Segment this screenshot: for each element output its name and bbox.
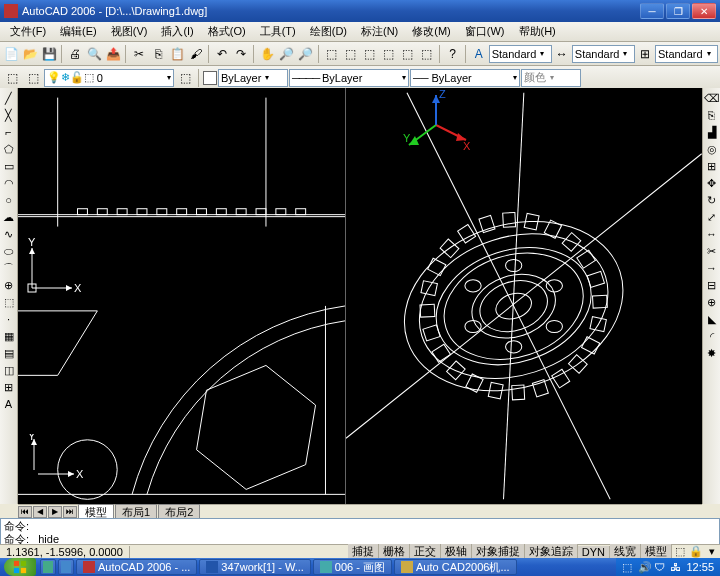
viewport-left[interactable]: XY XY (18, 88, 346, 504)
save-button[interactable]: 💾 (40, 44, 58, 64)
quick-launch-1[interactable] (40, 559, 56, 575)
spline-tool[interactable]: ∿ (1, 226, 17, 242)
tray-volume-icon[interactable]: 🔊 (638, 561, 650, 573)
copy-tool[interactable]: ⎘ (704, 107, 720, 123)
tab-nav-first[interactable]: ⏮ (18, 506, 32, 518)
color-swatch[interactable] (203, 71, 217, 85)
menu-tools[interactable]: 工具(T) (254, 22, 302, 41)
coordinates-display[interactable]: 1.1361, -1.5996, 0.0000 (0, 546, 130, 558)
pan-button[interactable]: ✋ (258, 44, 276, 64)
lwt-toggle[interactable]: 线宽 (610, 544, 641, 559)
redo-button[interactable]: ↷ (232, 44, 250, 64)
polygon-tool[interactable]: ⬠ (1, 141, 17, 157)
command-window[interactable]: 命令: 命令: _hide 命令: (0, 518, 720, 546)
help-button[interactable]: ? (444, 44, 462, 64)
explode-tool[interactable]: ✸ (704, 345, 720, 361)
gradient-tool[interactable]: ▤ (1, 345, 17, 361)
clock[interactable]: 12:55 (686, 561, 714, 573)
lock-icon[interactable]: 🔒 (689, 546, 703, 558)
mtext-tool[interactable]: A (1, 396, 17, 412)
erase-tool[interactable]: ⌫ (704, 90, 720, 106)
close-button[interactable]: ✕ (692, 3, 716, 19)
dyn-toggle[interactable]: DYN (578, 546, 610, 558)
zoom2-button[interactable]: 🔎 (296, 44, 314, 64)
break-tool[interactable]: ⊟ (704, 277, 720, 293)
text-style-dropdown[interactable]: Standard▾ (489, 45, 552, 63)
sheetset-button[interactable]: ⬚ (380, 44, 398, 64)
menu-dimension[interactable]: 标注(N) (355, 22, 404, 41)
circle-tool[interactable]: ○ (1, 192, 17, 208)
menu-draw[interactable]: 绘图(D) (304, 22, 353, 41)
task-autocad[interactable]: AutoCAD 2006 - ... (76, 559, 197, 575)
qcalc-button[interactable]: ⬚ (418, 44, 436, 64)
line-tool[interactable]: ╱ (1, 90, 17, 106)
zoom-button[interactable]: 🔎 (277, 44, 295, 64)
markup-button[interactable]: ⬚ (399, 44, 417, 64)
designctr-button[interactable]: ⬚ (341, 44, 359, 64)
cut-button[interactable]: ✂ (130, 44, 148, 64)
table-style-dropdown[interactable]: Standard▾ (655, 45, 718, 63)
menu-view[interactable]: 视图(V) (105, 22, 154, 41)
point-tool[interactable]: · (1, 311, 17, 327)
viewport-right[interactable]: X Y Z (346, 88, 702, 504)
paste-button[interactable]: 📋 (168, 44, 186, 64)
table-icon[interactable]: ⊞ (636, 44, 654, 64)
publish-button[interactable]: 📤 (104, 44, 122, 64)
tab-nav-prev[interactable]: ◀ (33, 506, 47, 518)
menu-edit[interactable]: 编辑(E) (54, 22, 103, 41)
dim2-icon[interactable]: ↔ (553, 44, 571, 64)
undo-button[interactable]: ↶ (213, 44, 231, 64)
comm-icon[interactable]: ⬚ (673, 546, 687, 558)
fillet-tool[interactable]: ◜ (704, 328, 720, 344)
tab-nav-next[interactable]: ▶ (48, 506, 62, 518)
task-doc[interactable]: Auto CAD2006机... (394, 559, 517, 575)
pline-tool[interactable]: ⌐ (1, 124, 17, 140)
layer-mgr-button[interactable]: ⬚ (2, 68, 22, 88)
grid-toggle[interactable]: 栅格 (379, 544, 410, 559)
ellipsearc-tool[interactable]: ⌒ (1, 260, 17, 276)
start-button[interactable] (4, 558, 36, 576)
stretch-tool[interactable]: ↔ (704, 226, 720, 242)
tab-nav-last[interactable]: ⏭ (63, 506, 77, 518)
maximize-button[interactable]: ❐ (666, 3, 690, 19)
mirror-tool[interactable]: ▟ (704, 124, 720, 140)
ortho-toggle[interactable]: 正交 (410, 544, 441, 559)
chamfer-tool[interactable]: ◣ (704, 311, 720, 327)
preview-button[interactable]: 🔍 (85, 44, 103, 64)
menu-insert[interactable]: 插入(I) (155, 22, 199, 41)
osnap-toggle[interactable]: 对象捕捉 (472, 544, 525, 559)
xline-tool[interactable]: ╳ (1, 107, 17, 123)
tray-network-icon[interactable]: 🖧 (670, 561, 682, 573)
new-button[interactable]: 📄 (2, 44, 20, 64)
linetype-dropdown[interactable]: ──── ByLayer▾ (289, 69, 409, 87)
move-tool[interactable]: ✥ (704, 175, 720, 191)
layer-prev-button[interactable]: ⬚ (23, 68, 43, 88)
revcloud-tool[interactable]: ☁ (1, 209, 17, 225)
menu-format[interactable]: 格式(O) (202, 22, 252, 41)
dim-icon[interactable]: A (470, 44, 488, 64)
tray-icon-1[interactable]: ⬚ (622, 561, 634, 573)
offset-tool[interactable]: ◎ (704, 141, 720, 157)
otrack-toggle[interactable]: 对象追踪 (525, 544, 578, 559)
dim-style-dropdown[interactable]: Standard▾ (572, 45, 635, 63)
rotate-tool[interactable]: ↻ (704, 192, 720, 208)
rectangle-tool[interactable]: ▭ (1, 158, 17, 174)
tray-shield-icon[interactable]: 🛡 (654, 561, 666, 573)
plotstyle-dropdown[interactable]: 颜色▾ (521, 69, 581, 87)
system-tray[interactable]: ⬚ 🔊 🛡 🖧 12:55 (616, 558, 720, 576)
menu-file[interactable]: 文件(F) (4, 22, 52, 41)
polar-toggle[interactable]: 极轴 (441, 544, 472, 559)
region-tool[interactable]: ◫ (1, 362, 17, 378)
layer-state-button[interactable]: ⬚ (175, 68, 195, 88)
properties-button[interactable]: ⬚ (322, 44, 340, 64)
open-button[interactable]: 📂 (21, 44, 39, 64)
block-tool[interactable]: ⬚ (1, 294, 17, 310)
menu-modify[interactable]: 修改(M) (406, 22, 457, 41)
table-tool[interactable]: ⊞ (1, 379, 17, 395)
drawing-area[interactable]: XY XY (18, 88, 702, 504)
menu-help[interactable]: 帮助(H) (513, 22, 562, 41)
toolpal-button[interactable]: ⬚ (361, 44, 379, 64)
tray-icon[interactable]: ▾ (705, 546, 719, 558)
scale-tool[interactable]: ⤢ (704, 209, 720, 225)
snap-toggle[interactable]: 捕捉 (348, 544, 379, 559)
